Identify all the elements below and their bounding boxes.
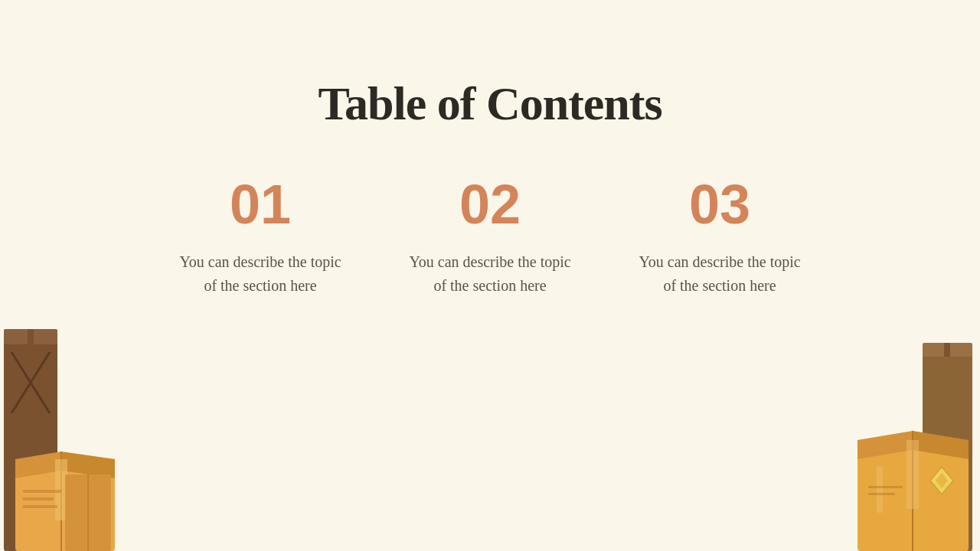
item-number-2: 02: [459, 177, 521, 232]
svg-rect-11: [23, 497, 54, 500]
right-boxes-illustration: [858, 291, 980, 551]
item-number-1: 01: [230, 177, 291, 232]
item-number-3: 03: [689, 177, 750, 232]
item-description-1: You can describe the topic of the sectio…: [176, 250, 345, 298]
content-item-2: 02 You can describe the topic of the sec…: [406, 177, 574, 298]
svg-rect-25: [877, 467, 883, 513]
page-title: Table of Contents: [318, 77, 662, 131]
content-row: 01 You can describe the topic of the sec…: [0, 177, 980, 298]
content-item-3: 03 You can describe the topic of the sec…: [635, 177, 804, 298]
item-description-3: You can describe the topic of the sectio…: [635, 250, 804, 298]
svg-rect-4: [28, 329, 34, 344]
slide: Table of Contents 01 You can describe th…: [0, 0, 980, 551]
svg-rect-22: [906, 440, 919, 509]
svg-rect-17: [944, 343, 950, 357]
left-boxes-illustration: [0, 291, 122, 551]
svg-rect-27: [868, 493, 895, 495]
svg-rect-26: [868, 486, 903, 488]
item-description-2: You can describe the topic of the sectio…: [406, 250, 574, 298]
content-item-1: 01 You can describe the topic of the sec…: [176, 177, 345, 298]
svg-rect-12: [23, 505, 57, 508]
title-section: Table of Contents: [318, 77, 662, 131]
svg-rect-10: [23, 490, 61, 493]
